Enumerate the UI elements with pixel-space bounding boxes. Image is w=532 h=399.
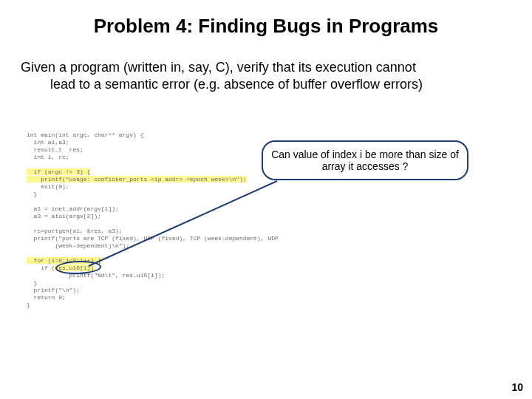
body-line-1: Given a program (written in, say, C), ve… <box>21 60 416 75</box>
callout-text: Can value of index i be more than size o… <box>270 149 460 172</box>
slide-body: Given a program (written in, say, C), ve… <box>21 59 511 92</box>
highlight-printf-usage: printf("usage: conficker_ports <ip addr>… <box>27 176 247 183</box>
page-number: 10 <box>511 381 523 393</box>
highlight-for: for (i=0;i<8;i++) { <box>27 257 101 264</box>
slide-title: Problem 4: Finding Bugs in Programs <box>0 15 532 38</box>
highlight-if: if (argc != 3) { <box>27 168 90 175</box>
body-line-2: lead to a semantic error (e.g. absence o… <box>21 76 511 93</box>
highlight-array-access: res.u16[i]) <box>55 265 94 271</box>
callout-bubble: Can value of index i be more than size o… <box>262 140 468 180</box>
code-snippet: int main(int argc, char** argv) { int a1… <box>27 132 278 309</box>
